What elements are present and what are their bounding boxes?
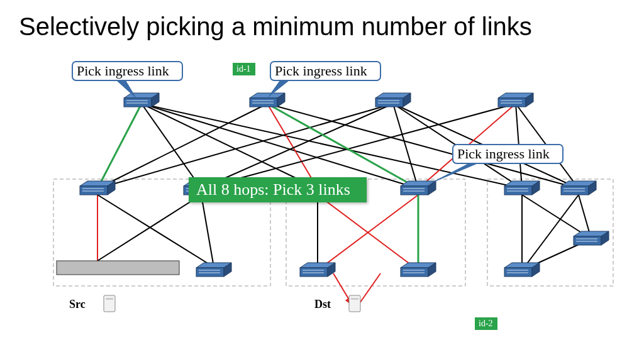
- leaf-tor-links: [97, 195, 591, 270]
- badge-id-1: id-1: [233, 63, 255, 75]
- svg-line-5: [142, 104, 201, 189]
- server-dst: [349, 295, 360, 312]
- svg-rect-34: [104, 295, 115, 312]
- switch-spine-3: [375, 93, 411, 107]
- switch-tor-3: [504, 263, 540, 277]
- svg-line-22: [97, 195, 214, 267]
- svg-text:id-2: id-2: [479, 319, 493, 328]
- switch-spine-4: [498, 93, 533, 107]
- svg-line-24: [201, 195, 214, 267]
- svg-text:Pick ingress link: Pick ingress link: [77, 63, 169, 79]
- svg-text:All 8 hops: Pick 3 links: All 8 hops: Pick 3 links: [196, 180, 350, 199]
- rack: [57, 261, 179, 275]
- switch-tor-1: [196, 263, 231, 277]
- svg-rect-35: [106, 298, 113, 300]
- svg-text:id-1: id-1: [236, 64, 251, 74]
- switch-tor-2a: [300, 263, 335, 277]
- link-tor-dst-2: [358, 273, 380, 305]
- svg-text:Pick ingress link: Pick ingress link: [457, 146, 550, 162]
- svg-line-32: [522, 195, 579, 270]
- switch-tor-2b: [401, 263, 436, 277]
- switch-leaf-1: [80, 181, 115, 195]
- switch-spine-2: [250, 93, 285, 107]
- switch-spine-1: [124, 93, 159, 107]
- server-src: [104, 295, 115, 312]
- switch-leaf-5: [504, 181, 540, 195]
- svg-line-12: [97, 104, 393, 189]
- summary-box: All 8 hops: Pick 3 links: [189, 177, 367, 202]
- svg-text:Pick ingress link: Pick ingress link: [275, 63, 367, 79]
- callout-pick-ingress-s1: Pick ingress link: [72, 62, 182, 99]
- callout-pick-ingress-s2: Pick ingress link: [267, 62, 380, 98]
- switch-leaf-6: [561, 181, 596, 195]
- label-dst: Dst: [314, 298, 331, 310]
- svg-rect-37: [351, 298, 358, 300]
- svg-rect-36: [349, 295, 360, 312]
- link-green-s1-l1: [97, 104, 142, 189]
- badge-id-2: id-2: [475, 317, 497, 330]
- switch-tor-4: [574, 231, 609, 245]
- label-src: Src: [69, 298, 86, 310]
